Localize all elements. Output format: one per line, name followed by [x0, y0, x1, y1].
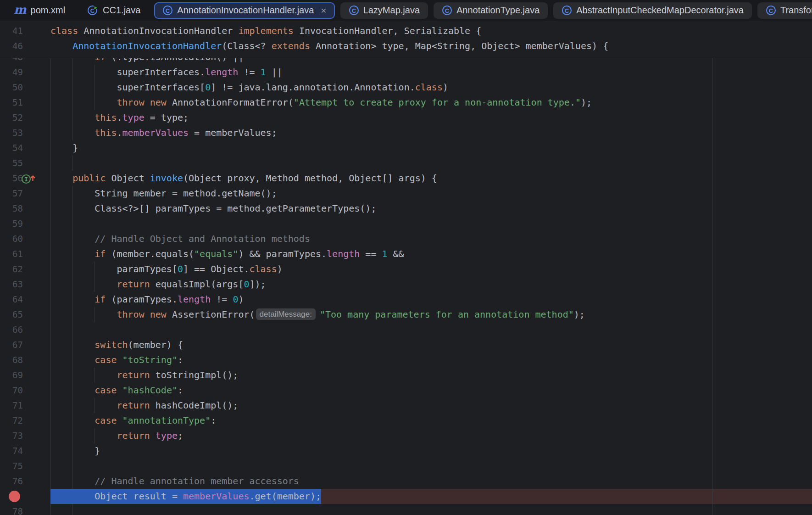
code-text[interactable]: AnnotationInvocationHandler(Class<? exte…: [50, 39, 812, 54]
code-text[interactable]: if (paramTypes.length != 0): [50, 292, 812, 307]
code-line[interactable]: 67 switch(member) {: [0, 337, 812, 353]
code-line[interactable]: 68 case "toString":: [0, 353, 812, 368]
line-number[interactable]: 62: [0, 262, 23, 277]
code-line[interactable]: 63 return equalsImpl(args[0]);: [0, 277, 812, 292]
line-number[interactable]: 57: [0, 186, 23, 201]
code-text[interactable]: throw new AssertionError(detailMessage:"…: [50, 307, 812, 322]
code-line[interactable]: 66: [0, 322, 812, 337]
code-text[interactable]: // Handle annotation member accessors: [50, 474, 812, 489]
breakpoint-icon[interactable]: [9, 491, 20, 502]
code-line[interactable]: Object result = memberValues.get(member)…: [0, 489, 812, 504]
tab-cc1-java[interactable]: CCC1.java: [79, 2, 149, 19]
line-number[interactable]: 76: [0, 474, 23, 489]
line-number[interactable]: 64: [0, 292, 23, 307]
line-number[interactable]: 41: [0, 23, 23, 39]
code-text[interactable]: case "annotationType":: [50, 413, 812, 428]
code-line[interactable]: 60 // Handle Object and Annotation metho…: [0, 231, 812, 246]
line-number[interactable]: 65: [0, 307, 23, 322]
line-number[interactable]: 73: [0, 428, 23, 443]
line-number[interactable]: 72: [0, 413, 23, 428]
line-number[interactable]: 70: [0, 383, 23, 398]
code-line[interactable]: 50 superInterfaces[0] != java.lang.annot…: [0, 80, 812, 95]
line-number[interactable]: 56: [0, 171, 23, 186]
implements-icon[interactable]: I: [21, 173, 38, 184]
code-text[interactable]: class AnnotationInvocationHandler implem…: [50, 23, 812, 39]
code-line[interactable]: 54 }: [0, 140, 812, 156]
line-number[interactable]: 53: [0, 125, 23, 140]
code-text[interactable]: return toStringImpl();: [50, 368, 812, 383]
code-line[interactable]: 78: [0, 504, 812, 515]
code-text[interactable]: // Handle Object and Annotation methods: [50, 231, 812, 246]
code-line[interactable]: 73 return type;: [0, 428, 812, 443]
line-number[interactable]: 66: [0, 322, 23, 337]
line-number[interactable]: 58: [0, 201, 23, 216]
code-text[interactable]: Object result = memberValues.get(member)…: [50, 489, 812, 504]
code-line[interactable]: 58 Class<?>[] paramTypes = method.getPar…: [0, 201, 812, 216]
line-number[interactable]: 78: [0, 504, 23, 515]
editor[interactable]: 48 if (!type.isAnnotation() ||49 superIn…: [0, 21, 812, 515]
code-line[interactable]: 75: [0, 459, 812, 474]
line-number[interactable]: 60: [0, 231, 23, 246]
code-line[interactable]: 41class AnnotationInvocationHandler impl…: [0, 23, 812, 39]
tab-transformer-java[interactable]: CTransformer.java: [757, 2, 812, 19]
line-number[interactable]: 74: [0, 443, 23, 459]
code-text[interactable]: switch(member) {: [50, 337, 812, 353]
code-text[interactable]: }: [50, 140, 812, 156]
line-number[interactable]: 67: [0, 337, 23, 353]
tab-lazymap-java[interactable]: CLazyMap.java: [340, 2, 428, 19]
line-number[interactable]: 46: [0, 39, 23, 54]
gutter-icon-slot[interactable]: I: [21, 173, 38, 184]
code-text[interactable]: case "hashCode":: [50, 383, 812, 398]
line-number[interactable]: 68: [0, 353, 23, 368]
code-text[interactable]: [50, 504, 812, 515]
code-line[interactable]: 59: [0, 216, 812, 231]
code-text[interactable]: [50, 156, 812, 171]
code-text[interactable]: if (member.equals("equals") && paramType…: [50, 246, 812, 262]
line-number[interactable]: 63: [0, 277, 23, 292]
code-line[interactable]: 53 this.memberValues = memberValues;: [0, 125, 812, 140]
code-line[interactable]: 51 throw new AnnotationFormatError("Atte…: [0, 95, 812, 110]
line-number[interactable]: 51: [0, 95, 23, 110]
code-text[interactable]: throw new AnnotationFormatError("Attempt…: [50, 95, 812, 110]
code-text[interactable]: paramTypes[0] == Object.class): [50, 262, 812, 277]
code-line[interactable]: 62 paramTypes[0] == Object.class): [0, 262, 812, 277]
tab-abstractinputcheckedmapdecorator-java[interactable]: CAbstractInputCheckedMapDecorator.java: [553, 2, 752, 19]
code-text[interactable]: public Object invoke(Object proxy, Metho…: [50, 171, 812, 186]
code-line[interactable]: 72 case "annotationType":: [0, 413, 812, 428]
code-line[interactable]: 56I public Object invoke(Object proxy, M…: [0, 171, 812, 186]
code-text[interactable]: return hashCodeImpl();: [50, 398, 812, 413]
code-text[interactable]: this.memberValues = memberValues;: [50, 125, 812, 140]
code-text[interactable]: return equalsImpl(args[0]);: [50, 277, 812, 292]
line-number[interactable]: 75: [0, 459, 23, 474]
code-line[interactable]: 74 }: [0, 443, 812, 459]
code-line[interactable]: 52 this.type = type;: [0, 110, 812, 125]
line-number[interactable]: 71: [0, 398, 23, 413]
tab-annotationtype-java[interactable]: CAnnotationType.java: [434, 2, 548, 19]
code-line[interactable]: 65 throw new AssertionError(detailMessag…: [0, 307, 812, 322]
code-line[interactable]: 70 case "hashCode":: [0, 383, 812, 398]
code-line[interactable]: 64 if (paramTypes.length != 0): [0, 292, 812, 307]
line-number[interactable]: 50: [0, 80, 23, 95]
code-text[interactable]: [50, 322, 812, 337]
code-line[interactable]: 61 if (member.equals("equals") && paramT…: [0, 246, 812, 262]
tab-pom-xml[interactable]: mpom.xml: [6, 2, 73, 19]
code-line[interactable]: 49 superInterfaces.length != 1 ||: [0, 65, 812, 80]
code-text[interactable]: }: [50, 443, 812, 459]
code-text[interactable]: [50, 216, 812, 231]
code-text[interactable]: [50, 459, 812, 474]
tab-annotationinvocationhandler-java[interactable]: CAnnotationInvocationHandler.java×: [154, 2, 334, 19]
code-text[interactable]: superInterfaces[0] != java.lang.annotati…: [50, 80, 812, 95]
code-text[interactable]: case "toString":: [50, 353, 812, 368]
code-line[interactable]: 57 String member = method.getName();: [0, 186, 812, 201]
code-text[interactable]: String member = method.getName();: [50, 186, 812, 201]
line-number[interactable]: 59: [0, 216, 23, 231]
line-number[interactable]: 61: [0, 246, 23, 262]
code-line[interactable]: 69 return toStringImpl();: [0, 368, 812, 383]
code-line[interactable]: 46 AnnotationInvocationHandler(Class<? e…: [0, 39, 812, 54]
code-line[interactable]: 71 return hashCodeImpl();: [0, 398, 812, 413]
code-line[interactable]: 76 // Handle annotation member accessors: [0, 474, 812, 489]
close-icon[interactable]: ×: [321, 6, 326, 15]
line-number[interactable]: 55: [0, 156, 23, 171]
line-number[interactable]: 69: [0, 368, 23, 383]
code-text[interactable]: return type;: [50, 428, 812, 443]
